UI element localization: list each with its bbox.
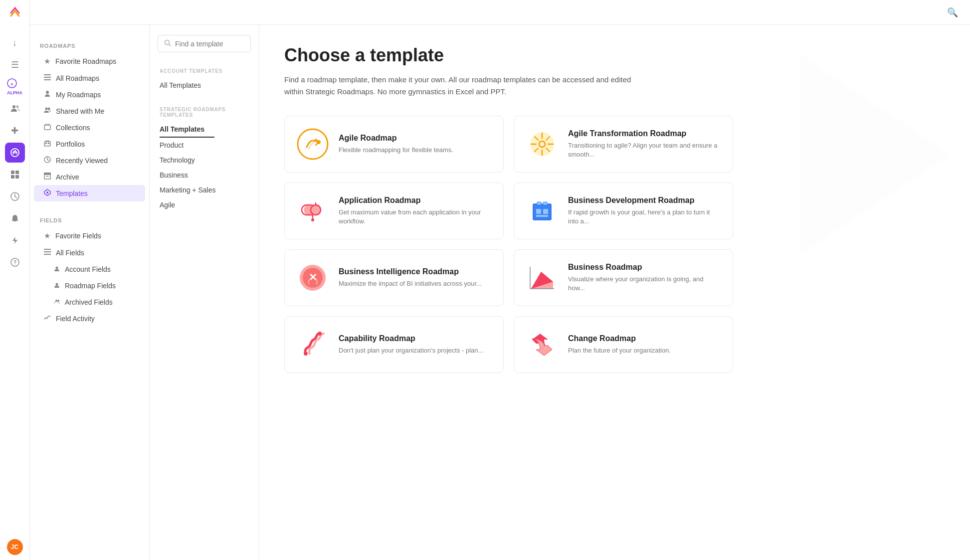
sidebar-item-account-fields[interactable]: Account Fields <box>34 261 145 277</box>
sidebar-item-shared[interactable]: Shared with Me <box>34 103 145 119</box>
template-info-change-roadmap: Change Roadmap Plan the future of your o… <box>568 334 671 355</box>
sidebar-item-favorite-fields[interactable]: ★ Favorite Fields <box>34 227 145 244</box>
app-logo[interactable] <box>7 5 23 23</box>
strategic-business[interactable]: Business <box>150 168 259 183</box>
svg-text:?: ? <box>13 260 16 265</box>
template-card-business-roadmap[interactable]: Business Roadmap Visualize where your or… <box>514 249 733 306</box>
sidebar-label: Portfolios <box>56 140 85 148</box>
template-desc: Plan the future of your organization. <box>568 346 671 355</box>
svg-rect-55 <box>543 202 547 205</box>
template-card-capability-roadmap[interactable]: Capability Roadmap Don't just plan your … <box>284 316 504 373</box>
sidebar-label: Favorite Fields <box>55 232 101 240</box>
sidebar: ROADMAPS ★ Favorite Roadmaps All Roadmap… <box>30 25 150 560</box>
sidebar-label: Archived Fields <box>65 298 113 306</box>
template-desc: Visualize where your organization is goi… <box>568 275 721 293</box>
clock-rail-icon[interactable] <box>5 187 25 206</box>
sidebar-item-portfolios[interactable]: Portfolios <box>34 136 145 152</box>
template-panel: ACCOUNT TEMPLATES All Templates STRATEGI… <box>150 25 259 560</box>
svg-rect-26 <box>44 249 51 250</box>
template-icon-business-dev <box>526 195 558 227</box>
sidebar-label: Collections <box>56 124 90 132</box>
template-icon-agile-roadmap <box>297 128 329 160</box>
svg-rect-6 <box>15 171 19 174</box>
bell-rail-icon[interactable] <box>5 208 25 228</box>
portfolios-icon <box>44 140 51 148</box>
svg-rect-56 <box>536 209 541 214</box>
templates-rail-icon[interactable] <box>5 143 25 163</box>
sidebar-item-roadmap-fields[interactable]: Roadmap Fields <box>34 277 145 294</box>
template-info-agile-transformation: Agile Transformation Roadmap Transitioni… <box>568 129 721 159</box>
template-name: Business Development Roadmap <box>568 196 721 205</box>
template-icon-agile-transformation <box>526 128 558 160</box>
svg-rect-54 <box>537 202 541 205</box>
templates-icon <box>44 189 51 197</box>
template-card-agile-roadmap[interactable]: Agile Roadmap Flexible roadmapping for f… <box>284 116 504 173</box>
strategic-product[interactable]: Product <box>150 138 259 153</box>
template-info-business-dev: Business Development Roadmap If rapid gr… <box>568 196 721 226</box>
svg-rect-5 <box>11 171 14 174</box>
template-grid: Agile Roadmap Flexible roadmapping for f… <box>284 116 733 373</box>
svg-rect-7 <box>11 175 14 179</box>
archived-fields-icon <box>54 298 60 306</box>
template-card-business-dev[interactable]: Business Development Roadmap If rapid gr… <box>514 183 733 239</box>
strategic-technology[interactable]: Technology <box>150 153 259 168</box>
sidebar-item-templates[interactable]: Templates <box>34 185 145 201</box>
svg-rect-20 <box>45 143 47 144</box>
sidebar-label: Favorite Roadmaps <box>55 57 116 65</box>
main-content: Choose a template Find a roadmap templat… <box>259 25 970 560</box>
user-avatar[interactable]: JC <box>7 539 23 555</box>
template-desc: If rapid growth is your goal, here's a p… <box>568 208 721 226</box>
template-card-agile-transformation[interactable]: Agile Transformation Roadmap Transitioni… <box>514 116 733 173</box>
grid-rail-icon[interactable] <box>5 165 25 185</box>
sidebar-item-archived-fields[interactable]: Archived Fields <box>34 294 145 310</box>
svg-rect-14 <box>44 79 51 80</box>
svg-point-16 <box>45 108 48 110</box>
download-rail-icon[interactable]: ↓ <box>5 33 25 53</box>
svg-rect-53 <box>533 204 551 220</box>
collections-icon <box>44 123 51 132</box>
svg-point-31 <box>55 300 57 302</box>
plus-rail-icon[interactable]: ✚ <box>5 121 25 141</box>
sidebar-item-recently-viewed[interactable]: Recently Viewed <box>34 152 145 169</box>
people-rail-icon[interactable] <box>5 99 25 119</box>
template-search-input[interactable] <box>175 40 244 48</box>
strategic-agile[interactable]: Agile <box>150 197 259 212</box>
sidebar-item-my-roadmaps[interactable]: My Roadmaps <box>34 86 145 103</box>
archive-icon <box>44 173 51 181</box>
clock-icon <box>44 156 51 165</box>
svg-text:⟨: ⟨ <box>308 278 310 285</box>
list-rail-icon[interactable]: ☰ <box>5 55 25 75</box>
search-icon <box>164 39 171 48</box>
svg-point-32 <box>57 300 59 302</box>
sidebar-item-field-activity[interactable]: Field Activity <box>34 310 145 327</box>
page-description: Find a roadmap template, then make it yo… <box>284 74 643 98</box>
top-search-icon[interactable]: 🔍 <box>947 7 958 18</box>
sidebar-item-all-roadmaps[interactable]: All Roadmaps <box>34 70 145 86</box>
bolt-rail-icon[interactable] <box>5 230 25 250</box>
template-card-application-roadmap[interactable]: Application Roadmap Get maximum value fr… <box>284 183 504 239</box>
template-card-change-roadmap[interactable]: Change Roadmap Plan the future of your o… <box>514 316 733 373</box>
sidebar-item-archive[interactable]: Archive <box>34 169 145 185</box>
account-all-templates[interactable]: All Templates <box>150 78 259 93</box>
alpha-rail-icon[interactable]: α ALPHA <box>5 77 25 97</box>
roadmap-fields-icon <box>54 281 60 290</box>
sidebar-label: Shared with Me <box>56 107 104 115</box>
template-info-business-roadmap: Business Roadmap Visualize where your or… <box>568 263 721 293</box>
sidebar-item-collections[interactable]: Collections <box>34 119 145 136</box>
svg-rect-8 <box>15 175 19 179</box>
sidebar-item-all-fields[interactable]: All Fields <box>34 244 145 261</box>
template-desc: Transitioning to agile? Align your team … <box>568 141 721 159</box>
question-rail-icon[interactable]: ? <box>5 252 25 272</box>
strategic-marketing-sales[interactable]: Marketing + Sales <box>150 183 259 197</box>
template-name: Agile Transformation Roadmap <box>568 129 721 138</box>
template-info-agile-roadmap: Agile Roadmap Flexible roadmapping for f… <box>339 134 453 155</box>
template-search-box[interactable] <box>158 35 251 52</box>
template-card-bi-roadmap[interactable]: ✕ ⟨ ⟩ Business Intelligence Roadmap Maxi… <box>284 249 504 306</box>
template-info-application-roadmap: Application Roadmap Get maximum value fr… <box>339 196 491 226</box>
strategic-all-templates[interactable]: All Templates <box>160 122 214 138</box>
sidebar-label: Account Fields <box>65 265 111 273</box>
svg-point-29 <box>56 267 58 269</box>
icon-rail: ↓ ☰ α ALPHA ✚ ? JC <box>0 0 30 560</box>
template-icon-capability-roadmap <box>297 329 329 361</box>
sidebar-item-favorite-roadmaps[interactable]: ★ Favorite Roadmaps <box>34 53 145 70</box>
